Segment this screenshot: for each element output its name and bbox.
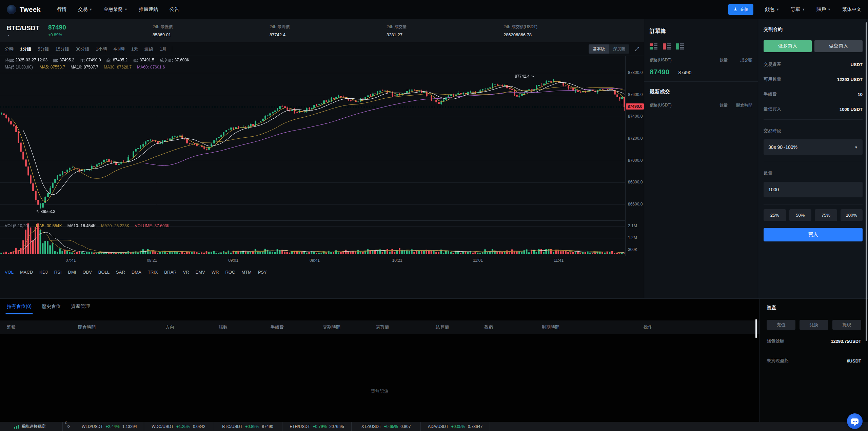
- chevron-down-icon[interactable]: ⌄: [7, 32, 12, 37]
- timeframe-list: 分時1分鐘5分鐘15分鐘30分鐘1小時4小時1天週線1月: [5, 46, 166, 52]
- trade-info-row: 手續費 10: [764, 87, 863, 102]
- indicator-tab[interactable]: SAR: [116, 270, 125, 275]
- positions-tab[interactable]: 歷史倉位: [42, 303, 61, 314]
- percent-button[interactable]: 25%: [764, 209, 786, 221]
- price-axis-label: 87400.0: [628, 114, 643, 119]
- amount-input[interactable]: [764, 182, 863, 197]
- indicator-tab[interactable]: KDJ: [39, 270, 48, 275]
- timeframe-tab[interactable]: 1月: [160, 46, 166, 52]
- chevron-down-icon: ▼: [802, 8, 805, 11]
- timeframe-tab[interactable]: 1分鐘: [20, 46, 31, 52]
- wallet-menu[interactable]: 錢包 ▼: [765, 6, 779, 13]
- kline-canvas[interactable]: [0, 56, 626, 256]
- orderbook-bids-icon[interactable]: [676, 43, 685, 50]
- ticker-cell[interactable]: ETH/USDT +0.79% 2076.95: [282, 422, 352, 431]
- page-scrollbar[interactable]: [866, 22, 867, 341]
- indicator-tab[interactable]: BRAR: [164, 270, 176, 275]
- trade-info-row: 交易資產 USDT: [764, 57, 863, 72]
- language-switcher[interactable]: 繁体中文: [842, 6, 861, 13]
- indicator-tab[interactable]: EMV: [196, 270, 205, 275]
- tab-basic-view[interactable]: 基本版: [589, 44, 609, 54]
- indicator-tab[interactable]: BOLL: [98, 270, 110, 275]
- trade-info-rows: 交易資產 USDT 可用數量 12293 USDT 手續費 10 最低買入 10…: [764, 57, 863, 117]
- assets-title: 資產: [767, 305, 861, 311]
- nav-item[interactable]: 公告: [170, 6, 179, 13]
- indicator-tab[interactable]: DMA: [132, 270, 141, 275]
- orderbook-asks-icon[interactable]: [663, 43, 671, 50]
- nav-item[interactable]: 推廣連結: [139, 6, 158, 13]
- signal-bars-icon: [14, 425, 19, 429]
- indicator-tab[interactable]: VOL: [5, 270, 14, 275]
- time-axis-label: 09:01: [228, 258, 238, 263]
- orderbook-mark-price: 87490: [678, 70, 691, 75]
- fullscreen-icon[interactable]: ⤢: [635, 46, 639, 52]
- short-buy-button[interactable]: 做空買入: [814, 40, 863, 52]
- orderbook-layout-icons: [650, 43, 752, 50]
- positions-tab[interactable]: 持有倉位(0): [7, 303, 32, 314]
- main-region: BTC/USDT ⌄ 87490 +0.89% 24h 最低價 85869.01…: [0, 19, 868, 298]
- price-axis-label: 87200.0: [628, 136, 643, 141]
- tab-depth-view[interactable]: 深度圖: [609, 44, 629, 54]
- brand-name[interactable]: Tweek: [20, 6, 41, 14]
- brand-logo[interactable]: [7, 5, 16, 14]
- timeframe-tab[interactable]: 1天: [131, 46, 138, 52]
- arrow-up-left-icon: ↖: [36, 209, 39, 214]
- nav-item[interactable]: 行情: [57, 6, 66, 13]
- indicator-tab[interactable]: MTM: [241, 270, 252, 275]
- timeframe-tab[interactable]: 30分鐘: [76, 46, 89, 52]
- high-annotation: 87742.4↘: [515, 74, 534, 79]
- indicator-tab[interactable]: ROC: [225, 270, 235, 275]
- indicator-tab[interactable]: OBV: [82, 270, 92, 275]
- orderbook-both-icon[interactable]: [650, 43, 658, 50]
- nav-item[interactable]: 金融業務 ▼: [104, 6, 127, 13]
- last-price: 87490: [48, 24, 66, 31]
- asset-action-button[interactable]: 兌換: [800, 320, 828, 330]
- indicator-tab[interactable]: TRIX: [148, 270, 158, 275]
- timeframe-tab[interactable]: 週線: [144, 46, 153, 52]
- price-axis: 87800.087600.087400.087200.087000.086800…: [626, 56, 644, 256]
- asset-row: 錢包餘額 12293.75USDT: [767, 333, 861, 350]
- deposit-button[interactable]: 充值: [728, 4, 753, 15]
- timeframe-tab[interactable]: 1小時: [96, 46, 107, 52]
- percent-button[interactable]: 75%: [815, 209, 837, 221]
- chevron-down-icon: ▼: [89, 8, 92, 11]
- chat-widget[interactable]: [847, 413, 863, 429]
- ticker-cell[interactable]: XTZ/USDT +0.65% 0.807: [352, 422, 421, 431]
- account-menu[interactable]: 賬戶 ▼: [816, 6, 831, 13]
- pair-selector[interactable]: BTC/USDT ⌄: [7, 24, 39, 37]
- nav-item[interactable]: 交易 ▼: [78, 6, 92, 13]
- indicator-tab[interactable]: PSY: [258, 270, 267, 275]
- long-buy-button[interactable]: 做多買入: [764, 40, 812, 52]
- indicator-tab[interactable]: VR: [183, 270, 189, 275]
- ticker-cell[interactable]: WLD/USDT +2.44% 1.13294: [75, 422, 144, 431]
- timeframe-tab[interactable]: 4小時: [114, 46, 125, 52]
- divider: [764, 204, 863, 204]
- orders-menu[interactable]: 訂單 ▼: [791, 6, 805, 13]
- top-nav: Tweek 行情 交易 ▼ 金融業務 ▼ 推廣連結 公告 充值 錢包 ▼ 訂單: [0, 0, 868, 19]
- pair-name: BTC/USDT: [7, 24, 39, 32]
- timeframe-tab[interactable]: 5分鐘: [38, 46, 49, 52]
- buy-button[interactable]: 買入: [764, 228, 863, 241]
- positions-tab[interactable]: 資產管理: [71, 303, 90, 314]
- timeframe-tab[interactable]: 15分鐘: [55, 46, 69, 52]
- refresh-icon[interactable]: 2⟳: [63, 422, 75, 431]
- period-select[interactable]: 30s 90~100% ▼: [764, 139, 863, 155]
- asset-action-button[interactable]: 充值: [767, 320, 795, 330]
- indicator-tab[interactable]: DMI: [68, 270, 76, 275]
- indicator-tab[interactable]: MACD: [20, 270, 33, 275]
- table-scrollbar[interactable]: [755, 319, 757, 338]
- percent-button[interactable]: 50%: [789, 209, 812, 221]
- ticker-cell[interactable]: WDC/USDT +1.25% 0.0342: [144, 422, 213, 431]
- indicator-tab[interactable]: RSI: [54, 270, 62, 275]
- timeframe-tab[interactable]: 分時: [5, 46, 14, 52]
- indicator-tab[interactable]: WR: [212, 270, 219, 275]
- percent-button[interactable]: 100%: [841, 209, 863, 221]
- download-icon: [733, 7, 738, 12]
- price-change: +0.89%: [48, 33, 66, 37]
- positions-panel: 持有倉位(0)歷史倉位資產管理 幣種開倉時間方向張數手續費交割時間購買價結算價盈…: [0, 299, 760, 422]
- asset-action-button[interactable]: 提現: [832, 320, 861, 330]
- price-axis-label: 86600.0: [628, 202, 643, 207]
- orderbook-headers: 價格(USDT) 數量 成交額: [650, 57, 752, 63]
- ticker-cell[interactable]: ADA/USDT +0.05% 0.73647: [421, 422, 490, 431]
- ticker-cell[interactable]: BTC/USDT +0.89% 87490: [213, 422, 282, 431]
